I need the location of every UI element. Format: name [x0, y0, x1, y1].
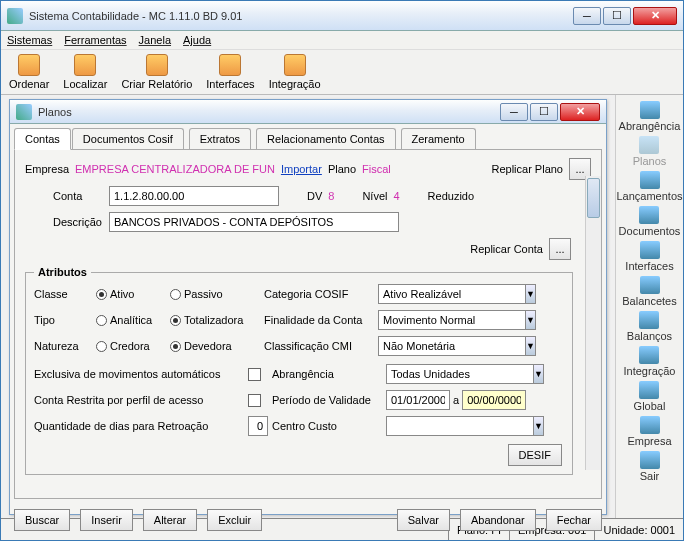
- mdi-maximize-button[interactable]: ☐: [530, 103, 558, 121]
- rb-abrangencia[interactable]: Abrangência: [619, 101, 681, 132]
- tab-relacionamento[interactable]: Relacionamento Contas: [256, 128, 395, 150]
- main-toolbar: Ordenar Localizar Criar Relatório Interf…: [1, 50, 683, 95]
- chevron-down-icon[interactable]: ▼: [533, 416, 544, 436]
- rb-planos[interactable]: Planos: [633, 136, 667, 167]
- abrangencia-combo[interactable]: ▼: [386, 364, 526, 384]
- rb-documentos[interactable]: Documentos: [619, 206, 681, 237]
- rb-integracao[interactable]: Integração: [624, 346, 676, 377]
- importar-link[interactable]: Importar: [281, 163, 322, 175]
- centro-combo[interactable]: ▼: [386, 416, 526, 436]
- categoria-combo[interactable]: ▼: [378, 284, 518, 304]
- reduzido-label: Reduzido: [428, 190, 474, 202]
- rb-interfaces[interactable]: Interfaces: [625, 241, 673, 272]
- abandonar-button[interactable]: Abandonar: [460, 509, 536, 531]
- plano-value: Fiscal: [362, 163, 391, 175]
- categoria-label: Categoria COSIF: [264, 288, 374, 300]
- rb-empresa[interactable]: Empresa: [627, 416, 671, 447]
- close-button[interactable]: ✕: [633, 7, 677, 25]
- menu-sistemas[interactable]: Sistemas: [7, 34, 52, 46]
- replicar-conta-button[interactable]: ...: [549, 238, 571, 260]
- tab-extratos[interactable]: Extratos: [189, 128, 251, 150]
- rb-balancos[interactable]: Balanços: [627, 311, 672, 342]
- plano-label: Plano: [328, 163, 356, 175]
- finalidade-combo[interactable]: ▼: [378, 310, 518, 330]
- salvar-button[interactable]: Salvar: [397, 509, 450, 531]
- scroll-thumb[interactable]: [587, 178, 600, 218]
- menu-ferramentas[interactable]: Ferramentas: [64, 34, 126, 46]
- company-icon: [640, 416, 660, 434]
- tipo-analitica-radio[interactable]: Analítica: [96, 314, 166, 326]
- replicar-conta-label: Replicar Conta: [470, 243, 543, 255]
- mdi-close-button[interactable]: ✕: [560, 103, 600, 121]
- periodo-label: Período de Validade: [272, 394, 382, 406]
- periodo-from-input[interactable]: [386, 390, 450, 410]
- classif-combo[interactable]: ▼: [378, 336, 518, 356]
- menu-janela[interactable]: Janela: [139, 34, 171, 46]
- fechar-button[interactable]: Fechar: [546, 509, 602, 531]
- descricao-input[interactable]: [109, 212, 399, 232]
- excluir-button[interactable]: Excluir: [207, 509, 262, 531]
- tb-relatorio[interactable]: Criar Relatório: [121, 54, 192, 90]
- atributos-fieldset: Atributos Classe Ativo Passivo Categoria…: [25, 266, 573, 475]
- classe-passivo-radio[interactable]: Passivo: [170, 288, 260, 300]
- radio-icon: [96, 341, 107, 352]
- inserir-button[interactable]: Inserir: [80, 509, 133, 531]
- radio-dot-icon: [170, 315, 181, 326]
- tab-contas[interactable]: Contas: [14, 128, 71, 150]
- tab-documentos-cosif[interactable]: Documentos Cosif: [72, 128, 184, 150]
- conta-label: Conta: [53, 190, 103, 202]
- chevron-down-icon[interactable]: ▼: [525, 310, 536, 330]
- chevron-down-icon[interactable]: ▼: [525, 284, 536, 304]
- planos-window: Planos ─ ☐ ✕ Contas Documentos Cosif Ext…: [9, 99, 607, 515]
- atributos-legend: Atributos: [34, 266, 91, 278]
- rb-sair[interactable]: Sair: [640, 451, 660, 482]
- retroacao-input[interactable]: [248, 416, 268, 436]
- planos-title: Planos: [38, 106, 500, 118]
- interfaces-icon: [640, 241, 660, 259]
- menu-ajuda[interactable]: Ajuda: [183, 34, 211, 46]
- conta-input[interactable]: [109, 186, 279, 206]
- classif-label: Classificação CMI: [264, 340, 374, 352]
- natureza-devedora-radio[interactable]: Devedora: [170, 340, 260, 352]
- exclusiva-checkbox[interactable]: [248, 368, 261, 381]
- right-sidebar: Abrangência Planos Lançamentos Documento…: [615, 95, 683, 518]
- status-unidade: Unidade: 0001: [594, 519, 683, 540]
- chevron-down-icon[interactable]: ▼: [525, 336, 536, 356]
- tipo-totalizadora-radio[interactable]: Totalizadora: [170, 314, 260, 326]
- natureza-label: Natureza: [34, 340, 92, 352]
- restrita-label: Conta Restrita por perfil de acesso: [34, 394, 244, 406]
- classe-ativo-radio[interactable]: Ativo: [96, 288, 166, 300]
- rb-global[interactable]: Global: [634, 381, 666, 412]
- retroacao-label: Quantidade de dias para Retroação: [34, 420, 244, 432]
- replicar-plano-label: Replicar Plano: [491, 163, 563, 175]
- empresa-value: EMPRESA CENTRALIZADORA DE FUN: [75, 163, 275, 175]
- finalidade-label: Finalidade da Conta: [264, 314, 374, 326]
- dv-value: 8: [328, 190, 334, 202]
- app-title: Sistema Contabilidade - MC 1.11.0 BD 9.0…: [29, 10, 573, 22]
- rb-balancetes[interactable]: Balancetes: [622, 276, 676, 307]
- desif-button[interactable]: DESIF: [508, 444, 562, 466]
- radio-dot-icon: [170, 341, 181, 352]
- panel-scrollbar[interactable]: [585, 176, 601, 470]
- natureza-credora-radio[interactable]: Credora: [96, 340, 166, 352]
- tb-integracao[interactable]: Integração: [269, 54, 321, 90]
- mdi-minimize-button[interactable]: ─: [500, 103, 528, 121]
- dv-label: DV: [307, 190, 322, 202]
- restrita-checkbox[interactable]: [248, 394, 261, 407]
- maximize-button[interactable]: ☐: [603, 7, 631, 25]
- tb-ordenar[interactable]: Ordenar: [9, 54, 49, 90]
- tab-zeramento[interactable]: Zeramento: [401, 128, 476, 150]
- tb-localizar[interactable]: Localizar: [63, 54, 107, 90]
- planos-titlebar[interactable]: Planos ─ ☐ ✕: [10, 100, 606, 124]
- alterar-button[interactable]: Alterar: [143, 509, 197, 531]
- radio-icon: [170, 289, 181, 300]
- buscar-button[interactable]: Buscar: [14, 509, 70, 531]
- minimize-button[interactable]: ─: [573, 7, 601, 25]
- tb-interfaces[interactable]: Interfaces: [206, 54, 254, 90]
- periodo-to-input[interactable]: [462, 390, 526, 410]
- chevron-down-icon[interactable]: ▼: [533, 364, 544, 384]
- exit-icon: [640, 451, 660, 469]
- rb-lancamentos[interactable]: Lançamentos: [616, 171, 682, 202]
- classe-label: Classe: [34, 288, 92, 300]
- main-titlebar[interactable]: Sistema Contabilidade - MC 1.11.0 BD 9.0…: [1, 1, 683, 31]
